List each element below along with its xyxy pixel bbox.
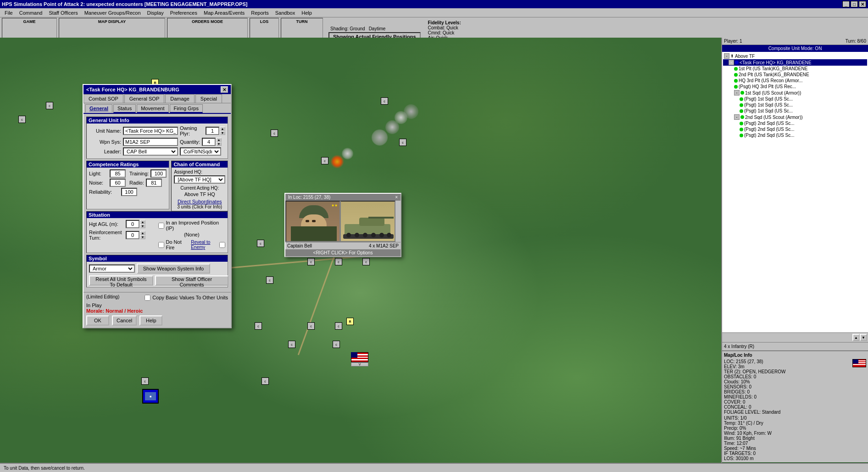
map-marker-8[interactable]: c [257, 240, 264, 247]
subtab-status[interactable]: Status [113, 104, 136, 113]
map-marker-18[interactable]: c [288, 341, 295, 348]
map-marker-15[interactable]: c [307, 322, 315, 330]
tree-expand-2nd-sqd[interactable]: - [734, 114, 740, 120]
subtab-firing-grps[interactable]: Firing Grps [170, 104, 203, 113]
map-marker-9[interactable]: c [307, 258, 315, 265]
hgt-input[interactable] [126, 220, 139, 228]
reveal-enemy-checkbox[interactable] [219, 242, 225, 248]
tree-item-2nd-plt[interactable]: 2nd Plt (US Tank)KG_BRANDENE [723, 72, 867, 78]
map-marker-20[interactable]: c [141, 377, 149, 385]
owning-plyr-down[interactable]: ▼ [220, 131, 225, 135]
map-marker-21[interactable]: c [262, 377, 269, 385]
copy-values-checkbox[interactable] [145, 295, 150, 301]
menu-preferences[interactable]: Preferences [167, 9, 200, 17]
tree-item-psgt-1st-3[interactable]: (Psgt) 1st Sqd (US Sc... [723, 108, 867, 114]
radio-input[interactable] [146, 179, 162, 187]
tab-damage[interactable]: Damage [165, 94, 195, 103]
reliability-input[interactable] [121, 188, 137, 196]
reinforcement-down[interactable]: ▼ [140, 235, 145, 239]
wpn-sys-input[interactable] [123, 138, 178, 146]
role-select[interactable]: Co/Flt/NSqdn [180, 147, 221, 156]
maximize-button[interactable]: □ [851, 1, 858, 7]
subtab-movement[interactable]: Movement [137, 104, 168, 113]
menu-display[interactable]: Display [145, 9, 167, 17]
menu-reports[interactable]: Reports [248, 9, 272, 17]
tree-item-1st-sqd[interactable]: - 1st Sqd (US Scout (Armor)) [723, 90, 867, 96]
tree-item-psgt-hq-3rd[interactable]: (Psgt) HQ 3rd Plt (US Rec... [723, 84, 867, 90]
show-staff-btn[interactable]: Show Staff Officer Comments [155, 275, 228, 286]
tf-dialog-close-button[interactable]: ✕ [221, 86, 228, 93]
unit-name-input[interactable] [123, 127, 178, 135]
do-not-fire-checkbox[interactable] [158, 242, 164, 248]
tree-item-psgt-2nd-1[interactable]: (Psgt) 2nd Sqd (US Sc... [723, 120, 867, 126]
show-weapon-btn[interactable]: Show Weapon System Info [137, 264, 210, 274]
flag-unit[interactable]: V [351, 352, 368, 366]
map-marker-14[interactable]: c [255, 322, 262, 330]
owning-plyr-input[interactable] [206, 127, 219, 135]
quantity-down[interactable]: ▼ [216, 142, 222, 146]
hgt-down[interactable]: ▼ [140, 224, 145, 228]
symbol-select[interactable]: Armor [89, 264, 135, 273]
tree-item-1st-plt[interactable]: 1st Plt (US Tank)KG_BRANDENE [723, 66, 867, 72]
map-marker-2[interactable]: c [46, 102, 53, 109]
tree-item-2nd-sqd[interactable]: - 2nd Sqd (US Scout (Armor)) [723, 114, 867, 120]
direct-subs-link[interactable]: Direct Subordinates [174, 199, 225, 204]
marker-r-3[interactable]: R [346, 318, 354, 325]
unit-tree[interactable]: - ⬆ Above TF - <Task Force HQ> KG_BRANDE… [722, 52, 868, 332]
tree-item-psgt-2nd-3[interactable]: (Psgt) 2nd Sqd (US Sc... [723, 132, 867, 138]
reveal-enemy-link[interactable]: Reveal to Enemy [191, 240, 217, 250]
quantity-input[interactable] [202, 138, 216, 146]
map-marker-1[interactable]: c [18, 116, 26, 123]
menu-file[interactable]: File [2, 9, 16, 17]
assigned-hq-select[interactable]: [Above TF HQ] [174, 175, 225, 184]
map-marker-11[interactable]: c [362, 258, 370, 265]
owning-plyr-up[interactable]: ▲ [220, 127, 225, 131]
scroll-up-btn[interactable]: ▲ [852, 334, 860, 341]
menu-sandbox[interactable]: Sandbox [273, 9, 298, 17]
tree-item-tf-hq[interactable]: - <Task Force HQ> KG_BRANDENE [723, 59, 867, 66]
map-marker-16[interactable]: c [335, 322, 342, 330]
ok-button[interactable]: OK [86, 315, 109, 326]
map-marker-6[interactable]: c [321, 157, 328, 164]
training-input[interactable] [150, 169, 167, 178]
close-button[interactable]: ✕ [859, 1, 866, 7]
map-marker-4[interactable]: c [381, 97, 388, 105]
tree-item-psgt-1st-1[interactable]: (Psgt) 1st Sqd (US Sc... [723, 96, 867, 102]
menu-maneuver[interactable]: Maneuver Groups/Recon [82, 9, 144, 17]
tree-expand-above-tf[interactable]: - [724, 53, 729, 59]
help-button[interactable]: Help [139, 315, 162, 326]
tree-expand-1st-sqd[interactable]: - [734, 90, 740, 96]
minimize-button[interactable]: _ [842, 1, 850, 7]
tree-expand-tf-hq[interactable]: - [729, 60, 734, 65]
improved-pos-checkbox[interactable] [158, 223, 164, 229]
reinforcement-input[interactable] [126, 231, 139, 239]
light-input[interactable] [110, 169, 126, 178]
tree-item-psgt-1st-2[interactable]: (Psgt) 1st Sqd (US Sc... [723, 102, 867, 108]
map-marker-12[interactable]: c [266, 276, 273, 284]
noise-input[interactable] [110, 179, 126, 187]
map-marker-3[interactable]: c [271, 129, 278, 137]
quantity-up[interactable]: ▲ [216, 138, 222, 142]
map-marker-10[interactable]: c [335, 258, 342, 265]
hgt-up[interactable]: ▲ [140, 220, 145, 224]
map-marker-19[interactable]: c [333, 341, 340, 348]
unit-popup-close[interactable]: × [395, 195, 398, 200]
subtab-general[interactable]: General [85, 104, 112, 113]
tree-item-psgt-2nd-2[interactable]: (Psgt) 2nd Sqd (US Sc... [723, 126, 867, 132]
tree-item-above-tf[interactable]: - ⬆ Above TF [723, 53, 867, 59]
cancel-button[interactable]: Cancel [112, 315, 137, 326]
menu-map-areas[interactable]: Map Areas/Events [201, 9, 247, 17]
menu-command[interactable]: Command [17, 9, 45, 17]
tab-special[interactable]: Special [195, 94, 222, 103]
reset-symbols-btn[interactable]: Reset All Unit Symbols To Default [89, 275, 153, 286]
tab-general-sop[interactable]: General SOP [124, 94, 164, 103]
map-marker-5[interactable]: c [399, 139, 406, 146]
scroll-down-btn[interactable]: ▼ [860, 334, 867, 341]
unit-bottom-left[interactable]: ■ [142, 389, 159, 404]
menu-help[interactable]: Help [299, 9, 315, 17]
leader-select[interactable]: CAP Bell [123, 147, 178, 156]
tree-item-hq-3rd-plt[interactable]: HQ 3rd Plt (US Recon (Armor... [723, 78, 867, 84]
tab-combat-sop[interactable]: Combat SOP [83, 94, 123, 103]
menu-staff-officers[interactable]: Staff Officers [46, 9, 80, 17]
reinforcement-up[interactable]: ▲ [140, 231, 145, 235]
